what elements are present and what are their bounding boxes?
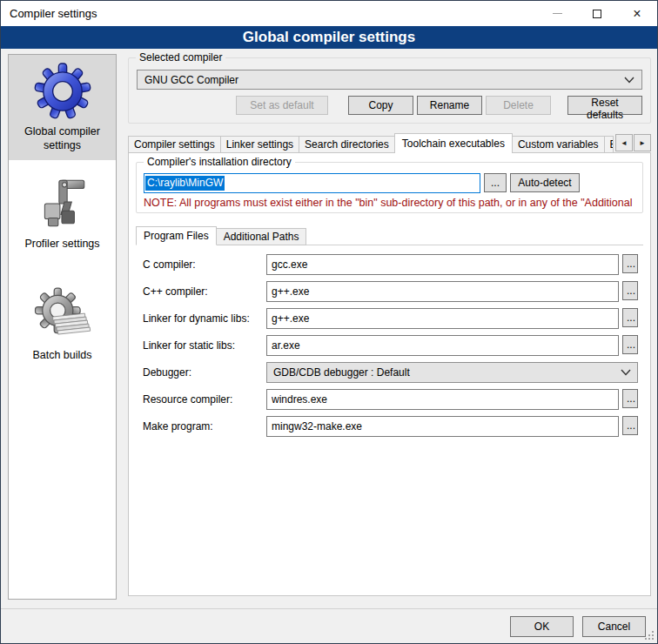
linker-dynamic-browse-button[interactable]: ... xyxy=(622,308,638,327)
sidebar-item-profiler-settings[interactable]: Profiler settings xyxy=(9,167,116,259)
maximize-icon xyxy=(593,10,601,18)
cancel-button[interactable]: Cancel xyxy=(582,616,646,637)
program-files-form: C compiler: ... C++ compiler: ... xyxy=(136,245,643,437)
linker-dynamic-label: Linker for dynamic libs: xyxy=(143,312,266,325)
form-row-linker-dynamic: Linker for dynamic libs: ... xyxy=(136,308,643,329)
bin-subdirectory-note: NOTE: All programs must exist either in … xyxy=(144,197,635,209)
cpp-compiler-label: C++ compiler: xyxy=(143,285,266,298)
c-compiler-browse-button[interactable]: ... xyxy=(622,254,638,273)
resource-compiler-input[interactable] xyxy=(266,389,619,410)
compiler-select-value: GNU GCC Compiler xyxy=(144,74,624,86)
close-button[interactable]: × xyxy=(617,1,657,26)
sidebar-item-batch-builds[interactable]: Batch builds xyxy=(9,278,116,371)
make-program-browse-button[interactable]: ... xyxy=(622,416,638,435)
form-row-debugger: Debugger: GDB/CDB debugger : Default xyxy=(136,362,643,383)
close-icon: × xyxy=(633,7,641,21)
dialog-footer: OK Cancel xyxy=(1,608,657,643)
blue-gear-icon xyxy=(34,63,91,120)
window-controls: × xyxy=(537,1,657,26)
auto-detect-button[interactable]: Auto-detect xyxy=(510,173,580,192)
installation-directory-input[interactable]: C:\raylib\MinGW xyxy=(144,173,480,193)
resource-compiler-browse-button[interactable]: ... xyxy=(622,389,638,408)
compiler-select[interactable]: GNU GCC Compiler xyxy=(137,70,642,90)
c-compiler-input[interactable] xyxy=(266,254,619,275)
sidebar-item-label: Batch builds xyxy=(32,349,91,363)
form-row-linker-static: Linker for static libs: ... xyxy=(136,335,643,356)
window-title: Compiler settings xyxy=(1,7,97,20)
copy-button[interactable]: Copy xyxy=(348,96,413,115)
tab-compiler-settings[interactable]: Compiler settings xyxy=(128,136,221,153)
tab-search-directories[interactable]: Search directories xyxy=(299,136,395,153)
settings-tabs: Compiler settings Linker settings Search… xyxy=(128,133,651,153)
set-as-default-button: Set as default xyxy=(236,96,328,115)
delete-button: Delete xyxy=(486,96,551,115)
tab-custom-variables[interactable]: Custom variables xyxy=(512,136,605,153)
tab-scrollers: ◄ ► xyxy=(614,134,651,151)
dialog-body: Global compiler settings xyxy=(1,49,657,608)
cpp-compiler-browse-button[interactable]: ... xyxy=(622,281,638,300)
dialog-header: Global compiler settings xyxy=(1,26,657,49)
arrow-left-icon: ◄ xyxy=(621,139,628,147)
form-row-resource-compiler: Resource compiler: ... xyxy=(136,389,643,410)
tab-build-options[interactable]: Build xyxy=(604,136,614,153)
caliper-icon xyxy=(34,175,91,232)
minimize-button[interactable] xyxy=(537,1,577,26)
linker-static-browse-button[interactable]: ... xyxy=(622,335,638,354)
make-program-label: Make program: xyxy=(143,420,266,433)
debugger-label: Debugger: xyxy=(143,366,266,379)
selected-compiler-group-label: Selected compiler xyxy=(136,51,225,64)
maximize-button[interactable] xyxy=(577,1,617,26)
sidebar-item-global-compiler-settings[interactable]: Global compiler settings xyxy=(9,55,116,160)
resize-grip[interactable] xyxy=(645,631,655,641)
cpp-compiler-input[interactable] xyxy=(266,281,619,302)
subtab-program-files[interactable]: Program Files xyxy=(136,226,217,245)
installation-directory-group: Compiler's installation directory C:\ray… xyxy=(136,162,643,213)
resource-compiler-label: Resource compiler: xyxy=(143,393,266,406)
minimize-icon xyxy=(553,13,562,14)
settings-category-list: Global compiler settings xyxy=(8,54,117,600)
selected-compiler-group: Selected compiler GNU GCC Compiler Set a… xyxy=(128,57,651,124)
tab-toolchain-executables[interactable]: Toolchain executables xyxy=(394,133,513,153)
installation-directory-selected-text: C:\raylib\MinGW xyxy=(145,176,225,191)
tab-linker-settings[interactable]: Linker settings xyxy=(220,136,299,153)
ok-button[interactable]: OK xyxy=(510,616,574,637)
subtab-additional-paths[interactable]: Additional Paths xyxy=(216,228,307,245)
installation-directory-group-label: Compiler's installation directory xyxy=(144,156,295,168)
debugger-select[interactable]: GDB/CDB debugger : Default xyxy=(266,362,638,383)
form-row-cpp-compiler: C++ compiler: ... xyxy=(136,281,643,302)
debugger-select-value: GDB/CDB debugger : Default xyxy=(273,366,621,379)
window-titlebar[interactable]: Compiler settings × xyxy=(1,1,657,26)
make-program-input[interactable] xyxy=(266,416,619,437)
chevron-down-icon xyxy=(621,369,631,376)
rename-button[interactable]: Rename xyxy=(417,96,482,115)
sidebar-item-label: Global compiler settings xyxy=(11,125,113,152)
arrow-right-icon: ► xyxy=(639,139,646,147)
toolchain-subtabs: Program Files Additional Paths xyxy=(136,226,643,245)
compiler-actions: Set as default Copy Rename Delete Reset … xyxy=(137,96,642,115)
linker-static-label: Linker for static libs: xyxy=(143,339,266,352)
settings-panel: Selected compiler GNU GCC Compiler Set a… xyxy=(128,54,651,600)
linker-static-input[interactable] xyxy=(266,335,619,356)
reset-defaults-button[interactable]: Reset defaults xyxy=(567,96,642,115)
installation-directory-row: C:\raylib\MinGW ... Auto-detect xyxy=(144,173,635,193)
tab-scroll-right-button[interactable]: ► xyxy=(634,134,651,151)
browse-directory-button[interactable]: ... xyxy=(484,173,507,192)
program-files-section: Program Files Additional Paths C compile… xyxy=(136,226,643,588)
chevron-down-icon xyxy=(624,77,634,84)
form-row-c-compiler: C compiler: ... xyxy=(136,254,643,275)
tab-scroll-left-button[interactable]: ◄ xyxy=(615,134,633,151)
gear-stack-icon xyxy=(34,286,91,344)
linker-dynamic-input[interactable] xyxy=(266,308,619,329)
toolchain-executables-page: Compiler's installation directory C:\ray… xyxy=(128,152,651,596)
form-row-make-program: Make program: ... xyxy=(136,416,643,437)
compiler-settings-window: Compiler settings × Global compiler sett… xyxy=(0,0,658,644)
c-compiler-label: C compiler: xyxy=(143,258,266,271)
sidebar-item-label: Profiler settings xyxy=(24,238,99,252)
